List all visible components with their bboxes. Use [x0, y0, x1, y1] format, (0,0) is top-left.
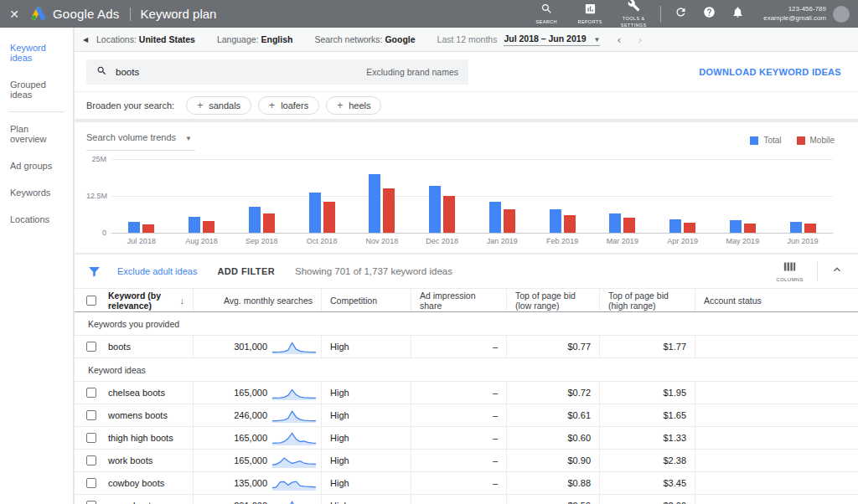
bar-mobile[interactable]: [504, 209, 515, 234]
chart-bars: [111, 159, 833, 233]
filter-funnel-icon[interactable]: [88, 265, 101, 278]
bar-mobile[interactable]: [804, 224, 816, 233]
row-checkbox[interactable]: [86, 478, 96, 488]
chevron-up-icon: [831, 264, 843, 279]
bar-group-aug-2018: [172, 159, 232, 233]
sidebar-item-locations[interactable]: Locations: [0, 206, 73, 233]
networks-label: Search networks:: [314, 34, 382, 44]
account-email: example@gmail.com: [763, 14, 826, 23]
sort-desc-icon: ↓: [180, 296, 185, 306]
x-axis-tick: Sep 2018: [232, 237, 292, 245]
sidebar-item-keywords[interactable]: Keywords: [0, 179, 73, 206]
networks-setting[interactable]: Search networks: Google: [314, 34, 415, 44]
sidebar-item-keyword-ideas[interactable]: Keyword ideas: [0, 34, 73, 71]
bar-total[interactable]: [790, 222, 802, 233]
bar-total[interactable]: [489, 202, 501, 233]
top-bid-high-cell: $3.45: [600, 472, 695, 494]
exclude-adult-ideas-filter[interactable]: Exclude adult ideas: [117, 266, 197, 276]
bar-total[interactable]: [429, 186, 441, 233]
row-checkbox[interactable]: [86, 433, 96, 443]
header-ad-impression-share[interactable]: Ad impression share: [411, 289, 507, 311]
broaden-chip-loafers[interactable]: +loafers: [258, 96, 319, 115]
account-status-cell: [695, 472, 858, 494]
header-top-bid-high[interactable]: Top of page bid (high range): [600, 289, 695, 311]
download-keyword-ideas-button[interactable]: DOWNLOAD KEYWORD IDEAS: [699, 67, 841, 77]
sidebar-item-plan-overview[interactable]: Plan overview: [0, 116, 73, 152]
row-checkbox[interactable]: [86, 501, 96, 504]
bar-mobile[interactable]: [142, 224, 154, 233]
help-button[interactable]: [695, 0, 723, 28]
table-header-row: Keyword (by relevance) ↓ Avg. monthly se…: [75, 289, 858, 312]
bar-mobile[interactable]: [564, 215, 576, 233]
bar-total[interactable]: [609, 213, 621, 233]
legend-label: Total: [763, 136, 781, 145]
row-checkbox[interactable]: [86, 342, 96, 352]
bar-mobile[interactable]: [203, 221, 214, 233]
top-bid-low-cell: $0.61: [507, 404, 600, 426]
date-range-label: Last 12 months: [437, 34, 498, 44]
date-next-button[interactable]: ›: [638, 33, 643, 46]
trend-sparkline: [272, 338, 316, 355]
bar-group-apr-2019: [653, 159, 713, 233]
page-title: Keyword plan: [141, 7, 217, 21]
y-axis-tick: 12.5M: [86, 192, 106, 200]
bar-mobile[interactable]: [443, 196, 455, 233]
plan-settings-toolbar: ◀ Locations: United States Language: Eng…: [75, 28, 858, 52]
bar-total[interactable]: [669, 219, 681, 233]
header-avg-monthly-searches[interactable]: Avg. monthly searches: [194, 289, 322, 311]
bar-mobile[interactable]: [383, 188, 395, 234]
excluding-brands-note: Excluding brand names: [366, 67, 458, 77]
row-checkbox[interactable]: [86, 410, 96, 420]
avg-monthly-searches-cell: 165,000: [194, 427, 322, 449]
trend-sparkline: [272, 475, 316, 491]
sidebar-item-grouped-ideas[interactable]: Grouped ideas: [0, 71, 73, 108]
bar-mobile[interactable]: [263, 213, 275, 233]
add-filter-button[interactable]: ADD FILTER: [217, 266, 275, 276]
date-prev-button[interactable]: ‹: [617, 33, 621, 46]
keyword-search-input[interactable]: boots Excluding brand names: [86, 59, 468, 85]
header-top-bid-low[interactable]: Top of page bid (low range): [507, 289, 600, 311]
bar-mobile[interactable]: [623, 218, 635, 233]
bar-total[interactable]: [550, 209, 561, 233]
header-keyword[interactable]: Keyword (by relevance) ↓: [75, 289, 194, 311]
collapse-left-icon[interactable]: ◀: [75, 36, 96, 44]
x-axis-tick: Aug 2018: [172, 237, 232, 245]
reports-nav-button[interactable]: REPORTS: [568, 0, 612, 28]
refresh-button[interactable]: [666, 0, 695, 28]
header-competition[interactable]: Competition: [322, 289, 411, 311]
table-row: cowboy boots135,000High–$0.88$3.45: [75, 472, 858, 495]
locations-setting[interactable]: Locations: United States: [96, 34, 195, 44]
date-range-dropdown[interactable]: Jul 2018 – Jun 2019 ▼: [504, 33, 600, 46]
broaden-chip-heels[interactable]: +heels: [326, 96, 381, 115]
row-checkbox[interactable]: [86, 388, 96, 398]
search-nav-button[interactable]: SEARCH: [525, 0, 568, 28]
select-all-checkbox[interactable]: [86, 296, 96, 306]
avatar[interactable]: [833, 6, 850, 23]
bar-mobile[interactable]: [744, 224, 756, 233]
collapse-table-button[interactable]: [831, 264, 848, 279]
chip-label: sandals: [209, 100, 240, 111]
bar-total[interactable]: [730, 220, 742, 233]
bar-total[interactable]: [369, 174, 380, 233]
bar-total[interactable]: [128, 222, 140, 233]
chart-metric-dropdown[interactable]: Search volume trends ▼: [86, 132, 195, 151]
close-icon[interactable]: ✕: [0, 8, 28, 21]
broaden-chip-sandals[interactable]: +sandals: [186, 96, 251, 115]
sidebar-item-ad-groups[interactable]: Ad groups: [0, 152, 73, 179]
columns-button[interactable]: COLUMNS: [776, 260, 804, 282]
bar-mobile[interactable]: [323, 202, 335, 233]
header-account-status[interactable]: Account status: [695, 289, 858, 311]
row-checkbox[interactable]: [86, 455, 96, 465]
bar-total[interactable]: [189, 217, 200, 233]
bar-total[interactable]: [309, 193, 321, 233]
notifications-button[interactable]: [723, 0, 752, 28]
keyword-cell: chelsea boots: [75, 382, 194, 404]
tools-settings-nav-button[interactable]: TOOLS & SETTINGS: [612, 0, 655, 28]
top-bid-high-cell: $1.95: [600, 382, 695, 404]
language-setting[interactable]: Language: English: [217, 34, 292, 44]
bar-mobile[interactable]: [684, 223, 695, 233]
bar-total[interactable]: [249, 207, 261, 233]
bar-group-jul-2018: [111, 159, 172, 233]
ad-impression-share-cell: –: [411, 336, 507, 357]
avg-monthly-searches-value: 135,000: [202, 478, 267, 488]
